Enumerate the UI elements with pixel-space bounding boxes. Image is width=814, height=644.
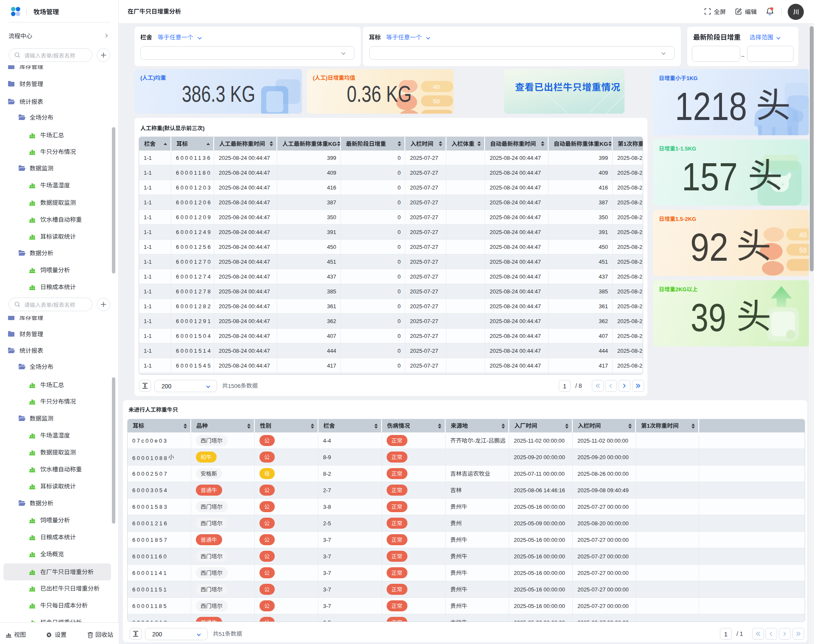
svg-text:): ) bbox=[203, 125, 204, 131]
svg-text:1: 1 bbox=[624, 141, 627, 147]
svg-text:): ) bbox=[326, 75, 327, 81]
svg-text:157: 157 bbox=[682, 155, 738, 198]
svg-text:1218: 1218 bbox=[675, 85, 747, 128]
svg-text:92: 92 bbox=[690, 226, 728, 269]
svg-text:50: 50 bbox=[433, 98, 440, 105]
svg-text:1506: 1506 bbox=[228, 383, 241, 389]
svg-text:40: 40 bbox=[433, 83, 440, 90]
svg-text:50: 50 bbox=[799, 247, 807, 254]
svg-text:51: 51 bbox=[219, 631, 225, 637]
svg-text:KG: KG bbox=[328, 141, 337, 147]
svg-text:/: / bbox=[52, 53, 53, 59]
svg-text:-: - bbox=[487, 438, 489, 444]
svg-text:(: ( bbox=[162, 125, 164, 131]
svg-text:-: - bbox=[473, 438, 475, 444]
svg-text:40: 40 bbox=[799, 231, 807, 239]
svg-text:/: / bbox=[52, 302, 53, 308]
svg-text:386.3 KG: 386.3 KG bbox=[182, 81, 255, 106]
svg-text:0.36 KG: 0.36 KG bbox=[347, 81, 412, 106]
svg-text:1-1.5KG: 1-1.5KG bbox=[675, 145, 696, 152]
svg-text:2KG: 2KG bbox=[675, 286, 687, 293]
svg-text:(: ( bbox=[313, 75, 315, 81]
svg-text:(: ( bbox=[140, 75, 142, 81]
svg-text:): ) bbox=[153, 75, 155, 81]
svg-text:1KG: 1KG bbox=[686, 75, 698, 81]
svg-text:39: 39 bbox=[691, 296, 726, 339]
svg-text:1.5-2KG: 1.5-2KG bbox=[675, 216, 696, 222]
svg-text:1: 1 bbox=[647, 423, 650, 429]
svg-text:~: ~ bbox=[741, 53, 744, 60]
svg-text:KG: KG bbox=[599, 141, 608, 147]
